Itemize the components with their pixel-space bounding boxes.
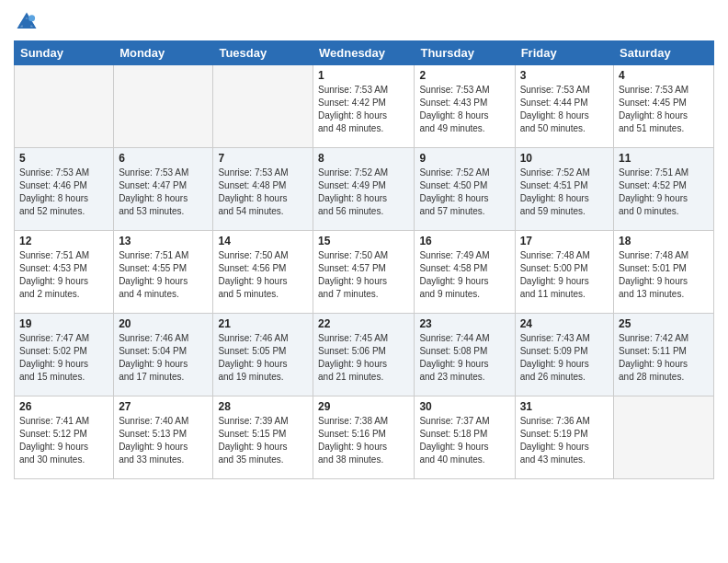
day-info: Sunrise: 7:47 AM Sunset: 5:02 PM Dayligh… <box>19 332 108 384</box>
calendar-day-cell: 8Sunrise: 7:52 AM Sunset: 4:49 PM Daylig… <box>313 148 415 231</box>
calendar-day-cell: 10Sunrise: 7:52 AM Sunset: 4:51 PM Dayli… <box>515 148 613 231</box>
day-info: Sunrise: 7:49 AM Sunset: 4:58 PM Dayligh… <box>419 249 509 301</box>
day-number: 3 <box>520 69 609 82</box>
day-number: 18 <box>619 235 709 247</box>
calendar-day-cell: 13Sunrise: 7:51 AM Sunset: 4:55 PM Dayli… <box>114 231 213 314</box>
day-info: Sunrise: 7:50 AM Sunset: 4:56 PM Dayligh… <box>218 249 308 301</box>
day-number: 26 <box>19 400 108 413</box>
day-number: 29 <box>318 400 409 413</box>
day-info: Sunrise: 7:51 AM Sunset: 4:52 PM Dayligh… <box>619 167 709 218</box>
svg-point-3 <box>28 15 35 21</box>
calendar-day-cell: 19Sunrise: 7:47 AM Sunset: 5:02 PM Dayli… <box>15 314 114 396</box>
day-info: Sunrise: 7:40 AM Sunset: 5:13 PM Dayligh… <box>119 415 208 466</box>
calendar-day-cell: 28Sunrise: 7:39 AM Sunset: 5:15 PM Dayli… <box>213 396 313 479</box>
calendar-day-cell: 30Sunrise: 7:37 AM Sunset: 5:18 PM Dayli… <box>415 396 515 479</box>
calendar-day-cell <box>15 65 114 148</box>
day-number: 28 <box>218 400 308 413</box>
day-number: 27 <box>119 400 208 413</box>
calendar-day-cell: 20Sunrise: 7:46 AM Sunset: 5:04 PM Dayli… <box>114 314 213 396</box>
calendar-day-cell: 1Sunrise: 7:53 AM Sunset: 4:42 PM Daylig… <box>313 65 415 148</box>
calendar-header-row: SundayMondayTuesdayWednesdayThursdayFrid… <box>15 41 714 65</box>
day-info: Sunrise: 7:46 AM Sunset: 5:05 PM Dayligh… <box>218 332 308 384</box>
day-number: 9 <box>419 152 509 165</box>
calendar-week-row: 1Sunrise: 7:53 AM Sunset: 4:42 PM Daylig… <box>15 65 714 148</box>
day-number: 11 <box>619 152 709 165</box>
calendar-day-cell: 29Sunrise: 7:38 AM Sunset: 5:16 PM Dayli… <box>313 396 415 479</box>
calendar-day-cell: 31Sunrise: 7:36 AM Sunset: 5:19 PM Dayli… <box>515 396 613 479</box>
day-number: 19 <box>19 317 108 330</box>
day-info: Sunrise: 7:43 AM Sunset: 5:09 PM Dayligh… <box>520 332 609 384</box>
day-number: 23 <box>419 317 509 330</box>
calendar-day-cell: 7Sunrise: 7:53 AM Sunset: 4:48 PM Daylig… <box>213 148 313 231</box>
day-number: 4 <box>619 69 709 82</box>
calendar-day-header: Saturday <box>614 41 714 65</box>
calendar-day-cell <box>213 65 313 148</box>
logo <box>14 9 43 35</box>
day-number: 17 <box>520 235 609 247</box>
calendar-day-header: Sunday <box>15 41 114 65</box>
calendar-day-cell <box>614 396 714 479</box>
calendar-day-cell: 3Sunrise: 7:53 AM Sunset: 4:44 PM Daylig… <box>515 65 613 148</box>
calendar-day-cell: 15Sunrise: 7:50 AM Sunset: 4:57 PM Dayli… <box>313 231 415 314</box>
calendar-day-cell: 22Sunrise: 7:45 AM Sunset: 5:06 PM Dayli… <box>313 314 415 396</box>
calendar-day-cell: 27Sunrise: 7:40 AM Sunset: 5:13 PM Dayli… <box>114 396 213 479</box>
day-info: Sunrise: 7:53 AM Sunset: 4:48 PM Dayligh… <box>218 167 308 218</box>
day-info: Sunrise: 7:52 AM Sunset: 4:50 PM Dayligh… <box>419 167 509 218</box>
calendar-table: SundayMondayTuesdayWednesdayThursdayFrid… <box>14 40 714 479</box>
day-info: Sunrise: 7:51 AM Sunset: 4:53 PM Dayligh… <box>19 249 108 301</box>
calendar-day-cell: 2Sunrise: 7:53 AM Sunset: 4:43 PM Daylig… <box>415 65 515 148</box>
page: SundayMondayTuesdayWednesdayThursdayFrid… <box>0 0 728 488</box>
calendar-day-cell: 6Sunrise: 7:53 AM Sunset: 4:47 PM Daylig… <box>114 148 213 231</box>
day-info: Sunrise: 7:36 AM Sunset: 5:19 PM Dayligh… <box>520 415 609 466</box>
day-info: Sunrise: 7:53 AM Sunset: 4:44 PM Dayligh… <box>520 84 609 135</box>
calendar-day-cell: 16Sunrise: 7:49 AM Sunset: 4:58 PM Dayli… <box>415 231 515 314</box>
day-number: 10 <box>520 152 609 165</box>
day-info: Sunrise: 7:53 AM Sunset: 4:45 PM Dayligh… <box>619 84 709 135</box>
calendar-day-cell: 9Sunrise: 7:52 AM Sunset: 4:50 PM Daylig… <box>415 148 515 231</box>
day-info: Sunrise: 7:53 AM Sunset: 4:43 PM Dayligh… <box>419 84 509 135</box>
day-number: 24 <box>520 317 609 330</box>
day-number: 13 <box>119 235 208 247</box>
day-number: 5 <box>19 152 108 165</box>
calendar-day-cell: 18Sunrise: 7:48 AM Sunset: 5:01 PM Dayli… <box>614 231 714 314</box>
calendar-day-cell: 24Sunrise: 7:43 AM Sunset: 5:09 PM Dayli… <box>515 314 613 396</box>
calendar-day-header: Wednesday <box>313 41 415 65</box>
day-info: Sunrise: 7:44 AM Sunset: 5:08 PM Dayligh… <box>419 332 509 384</box>
calendar-day-header: Tuesday <box>213 41 313 65</box>
day-number: 22 <box>318 317 409 330</box>
calendar-day-header: Thursday <box>415 41 515 65</box>
day-info: Sunrise: 7:52 AM Sunset: 4:51 PM Dayligh… <box>520 167 609 218</box>
calendar-day-cell: 23Sunrise: 7:44 AM Sunset: 5:08 PM Dayli… <box>415 314 515 396</box>
calendar-day-cell: 21Sunrise: 7:46 AM Sunset: 5:05 PM Dayli… <box>213 314 313 396</box>
day-number: 7 <box>218 152 308 165</box>
day-number: 21 <box>218 317 308 330</box>
day-info: Sunrise: 7:51 AM Sunset: 4:55 PM Dayligh… <box>119 249 208 301</box>
logo-icon <box>14 9 40 35</box>
calendar-day-cell: 25Sunrise: 7:42 AM Sunset: 5:11 PM Dayli… <box>614 314 714 396</box>
calendar-day-cell: 4Sunrise: 7:53 AM Sunset: 4:45 PM Daylig… <box>614 65 714 148</box>
calendar-week-row: 26Sunrise: 7:41 AM Sunset: 5:12 PM Dayli… <box>15 396 714 479</box>
day-number: 8 <box>318 152 409 165</box>
day-info: Sunrise: 7:48 AM Sunset: 5:00 PM Dayligh… <box>520 249 609 301</box>
calendar-week-row: 12Sunrise: 7:51 AM Sunset: 4:53 PM Dayli… <box>15 231 714 314</box>
day-info: Sunrise: 7:39 AM Sunset: 5:15 PM Dayligh… <box>218 415 308 466</box>
calendar-day-cell: 17Sunrise: 7:48 AM Sunset: 5:00 PM Dayli… <box>515 231 613 314</box>
calendar-day-cell: 12Sunrise: 7:51 AM Sunset: 4:53 PM Dayli… <box>15 231 114 314</box>
day-number: 2 <box>419 69 509 82</box>
calendar-day-header: Friday <box>515 41 613 65</box>
day-number: 30 <box>419 400 509 413</box>
day-info: Sunrise: 7:37 AM Sunset: 5:18 PM Dayligh… <box>419 415 509 466</box>
day-number: 16 <box>419 235 509 247</box>
day-number: 1 <box>318 69 409 82</box>
day-info: Sunrise: 7:41 AM Sunset: 5:12 PM Dayligh… <box>19 415 108 466</box>
day-info: Sunrise: 7:45 AM Sunset: 5:06 PM Dayligh… <box>318 332 409 384</box>
day-info: Sunrise: 7:53 AM Sunset: 4:46 PM Dayligh… <box>19 167 108 218</box>
day-number: 12 <box>19 235 108 247</box>
day-number: 15 <box>318 235 409 247</box>
day-info: Sunrise: 7:53 AM Sunset: 4:47 PM Dayligh… <box>119 167 208 218</box>
calendar-day-cell <box>114 65 213 148</box>
day-number: 20 <box>119 317 208 330</box>
calendar-week-row: 19Sunrise: 7:47 AM Sunset: 5:02 PM Dayli… <box>15 314 714 396</box>
day-info: Sunrise: 7:46 AM Sunset: 5:04 PM Dayligh… <box>119 332 208 384</box>
header <box>14 9 714 35</box>
